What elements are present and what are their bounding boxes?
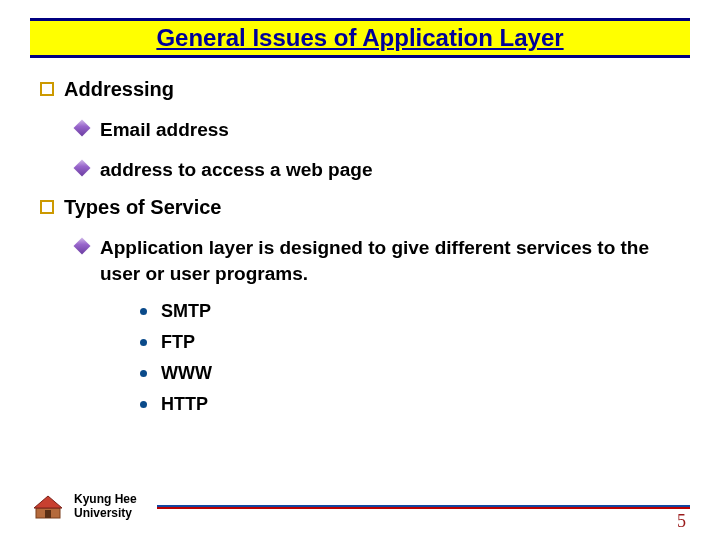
list-item-text: address to access a web page <box>100 157 372 183</box>
square-bullet-icon <box>40 200 54 214</box>
section-addressing: Addressing <box>40 78 680 101</box>
footer-divider <box>157 505 690 509</box>
list-item: address to access a web page <box>76 157 680 183</box>
slide-footer: Kyung Hee University <box>30 492 690 522</box>
list-item-text: Email address <box>100 117 229 143</box>
footer-org-line2: University <box>74 507 137 521</box>
diamond-bullet-icon <box>74 238 91 255</box>
list-item-text: SMTP <box>161 301 211 322</box>
section-heading: Addressing <box>64 78 174 101</box>
diamond-bullet-icon <box>74 120 91 137</box>
dot-bullet-icon <box>140 370 147 377</box>
sublist: SMTP FTP WWW HTTP <box>140 301 680 415</box>
slide-title-band: General Issues of Application Layer <box>30 18 690 58</box>
footer-org-line1: Kyung Hee <box>74 493 137 507</box>
svg-marker-1 <box>34 496 62 508</box>
list-item-text: HTTP <box>161 394 208 415</box>
section-types-of-service: Types of Service <box>40 196 680 219</box>
university-logo-icon <box>30 492 66 522</box>
diamond-bullet-icon <box>74 159 91 176</box>
list-item: Application layer is designed to give di… <box>76 235 680 286</box>
list-item-text: Application layer is designed to give di… <box>100 235 680 286</box>
dot-bullet-icon <box>140 401 147 408</box>
slide-title: General Issues of Application Layer <box>156 24 563 52</box>
list-item: HTTP <box>140 394 680 415</box>
dot-bullet-icon <box>140 308 147 315</box>
slide-content: Addressing Email address address to acce… <box>40 78 680 425</box>
svg-rect-2 <box>45 510 51 518</box>
square-bullet-icon <box>40 82 54 96</box>
dot-bullet-icon <box>140 339 147 346</box>
section-heading: Types of Service <box>64 196 221 219</box>
list-item: SMTP <box>140 301 680 322</box>
list-item: WWW <box>140 363 680 384</box>
list-item: FTP <box>140 332 680 353</box>
list-item: Email address <box>76 117 680 143</box>
page-number: 5 <box>677 511 686 532</box>
footer-org: Kyung Hee University <box>74 493 137 521</box>
list-item-text: WWW <box>161 363 212 384</box>
list-item-text: FTP <box>161 332 195 353</box>
